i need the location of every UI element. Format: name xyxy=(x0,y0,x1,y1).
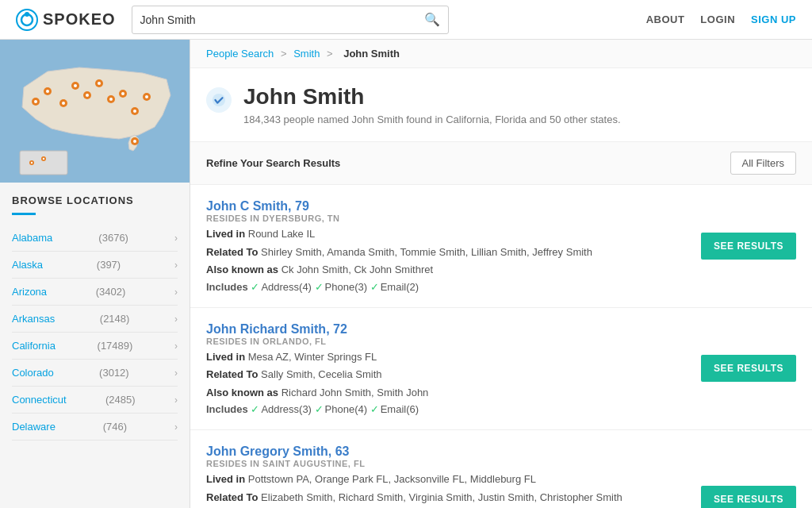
location-item[interactable]: Arkansas (2148) › xyxy=(12,306,178,333)
profile-name: John Smith xyxy=(243,84,621,110)
svg-point-13 xyxy=(133,110,136,113)
main-layout: BROWSE LOCATIONS Alabama (3676) › Alaska… xyxy=(0,40,812,508)
location-link[interactable]: Arkansas xyxy=(12,313,55,325)
svg-point-2 xyxy=(25,12,29,17)
browse-locations: BROWSE LOCATIONS Alabama (3676) › Alaska… xyxy=(0,183,190,452)
checkmark-svg xyxy=(212,93,226,107)
refine-bar: Refine Your Search Results All Filters xyxy=(190,142,812,185)
svg-point-30 xyxy=(43,158,44,160)
location-count: (3402) xyxy=(96,286,126,298)
location-link[interactable]: Delaware xyxy=(12,421,56,433)
spokeo-logo-icon xyxy=(16,9,38,31)
search-icon[interactable]: 🔍 xyxy=(424,12,440,27)
check-icon: ✓ xyxy=(370,281,379,293)
result-info: John Gregory Smith, 63 RESIDES IN SAINT … xyxy=(206,444,701,508)
check-icon: ✓ xyxy=(315,403,324,415)
map-container xyxy=(0,40,190,183)
result-also-known-as: Also known as Richard John Smith, Smith … xyxy=(206,385,685,401)
see-results-button-2[interactable]: SEE RESULTS xyxy=(701,486,796,509)
breadcrumb-sep1: > xyxy=(281,48,289,60)
location-link[interactable]: Arizona xyxy=(12,286,47,298)
svg-point-17 xyxy=(74,84,77,87)
result-resides: RESIDES IN ORLANDO, FL xyxy=(206,337,685,346)
location-link[interactable]: Alabama xyxy=(12,232,52,244)
location-item[interactable]: Alaska (397) › xyxy=(12,252,178,279)
search-input[interactable] xyxy=(140,13,424,26)
location-count: (17489) xyxy=(98,340,133,352)
chevron-right-icon: › xyxy=(174,341,178,352)
all-filters-button[interactable]: All Filters xyxy=(730,152,796,175)
profile-description: 184,343 people named John Smith found in… xyxy=(243,114,621,125)
breadcrumb-smith[interactable]: Smith xyxy=(293,48,320,60)
search-bar[interactable]: 🔍 xyxy=(132,6,449,34)
us-map xyxy=(0,40,190,183)
chevron-right-icon: › xyxy=(174,394,178,406)
chevron-right-icon: › xyxy=(174,421,178,433)
location-count: (397) xyxy=(97,259,121,271)
location-item[interactable]: Arizona (3402) › xyxy=(12,279,178,306)
result-card: John Gregory Smith, 63 RESIDES IN SAINT … xyxy=(190,430,812,508)
result-includes: Includes ✓Address(3) ✓Phone(4) ✓Email(6) xyxy=(206,403,685,415)
breadcrumb-current: John Smith xyxy=(343,48,400,60)
see-results-button-1[interactable]: SEE RESULTS xyxy=(701,355,796,382)
refine-label: Refine Your Search Results xyxy=(206,157,340,169)
result-related-to: Related To Sally Smith, Cecelia Smith xyxy=(206,367,685,383)
check-icon: ✓ xyxy=(251,281,259,293)
location-link[interactable]: Colorado xyxy=(12,367,54,379)
result-name[interactable]: John Richard Smith, 72 xyxy=(206,322,347,336)
result-includes: Includes ✓Address(4) ✓Phone(3) ✓Email(2) xyxy=(206,281,685,293)
sidebar: BROWSE LOCATIONS Alabama (3676) › Alaska… xyxy=(0,40,190,508)
about-link[interactable]: ABOUT xyxy=(646,13,685,25)
location-count: (3012) xyxy=(99,367,129,379)
breadcrumb-people-search[interactable]: People Search xyxy=(206,48,274,60)
chevron-right-icon: › xyxy=(174,233,178,244)
location-link[interactable]: Alaska xyxy=(12,259,43,271)
location-list: Alabama (3676) › Alaska (397) › Arizona … xyxy=(12,225,178,441)
result-related-to: Related To Elizabeth Smith, Richard Smit… xyxy=(206,490,685,506)
result-card: John Richard Smith, 72 RESIDES IN ORLAND… xyxy=(190,308,812,431)
include-item: ✓Address(4) xyxy=(251,281,312,293)
header: SPOKEO 🔍 ABOUT LOGIN SIGN UP xyxy=(0,0,812,40)
location-item[interactable]: Alabama (3676) › xyxy=(12,225,178,252)
logo[interactable]: SPOKEO xyxy=(16,9,116,31)
result-resides: RESIDES IN SAINT AUGUSTINE, FL xyxy=(206,459,685,468)
svg-point-9 xyxy=(109,98,113,101)
svg-point-28 xyxy=(31,162,33,164)
result-name[interactable]: John Gregory Smith, 63 xyxy=(206,444,349,458)
result-name[interactable]: John C Smith, 79 xyxy=(206,199,309,213)
svg-point-31 xyxy=(213,94,225,106)
result-lived-in: Lived in Mesa AZ, Winter Springs FL xyxy=(206,349,685,365)
result-related-to: Related To Shirley Smith, Amanda Smith, … xyxy=(206,244,685,260)
location-count: (2148) xyxy=(100,313,130,325)
location-link[interactable]: Connecticut xyxy=(12,394,67,406)
result-lived-in: Lived in Pottstown PA, Orange Park FL, J… xyxy=(206,471,685,487)
login-link[interactable]: LOGIN xyxy=(700,13,735,25)
svg-rect-26 xyxy=(20,151,67,175)
check-icon: ✓ xyxy=(370,403,379,415)
location-link[interactable]: California xyxy=(12,340,56,352)
content-area: People Search > Smith > John Smith John … xyxy=(190,40,812,508)
location-item[interactable]: Delaware (746) › xyxy=(12,414,178,441)
svg-point-23 xyxy=(34,100,37,103)
include-item: ✓Email(2) xyxy=(370,281,419,293)
profile-details: John Smith 184,343 people named John Smi… xyxy=(243,84,621,125)
svg-point-15 xyxy=(121,92,124,95)
header-nav: ABOUT LOGIN SIGN UP xyxy=(646,13,796,25)
check-icon: ✓ xyxy=(251,403,259,415)
include-item: ✓Phone(4) xyxy=(315,403,367,415)
svg-point-7 xyxy=(86,94,89,97)
location-item[interactable]: Colorado (3012) › xyxy=(12,360,178,387)
signup-link[interactable]: SIGN UP xyxy=(751,13,796,25)
location-count: (2485) xyxy=(105,394,136,406)
location-count: (3676) xyxy=(98,232,128,244)
chevron-right-icon: › xyxy=(174,314,178,325)
svg-point-5 xyxy=(62,102,65,105)
chevron-right-icon: › xyxy=(174,368,178,379)
see-results-button-0[interactable]: SEE RESULTS xyxy=(701,233,796,260)
svg-point-19 xyxy=(98,82,101,85)
results-list: John C Smith, 79 RESIDES IN DYERSBURG, T… xyxy=(190,185,812,508)
browse-underline xyxy=(12,213,36,215)
result-info: John Richard Smith, 72 RESIDES IN ORLAND… xyxy=(206,322,701,416)
location-item[interactable]: Connecticut (2485) › xyxy=(12,387,178,414)
location-item[interactable]: California (17489) › xyxy=(12,333,178,360)
